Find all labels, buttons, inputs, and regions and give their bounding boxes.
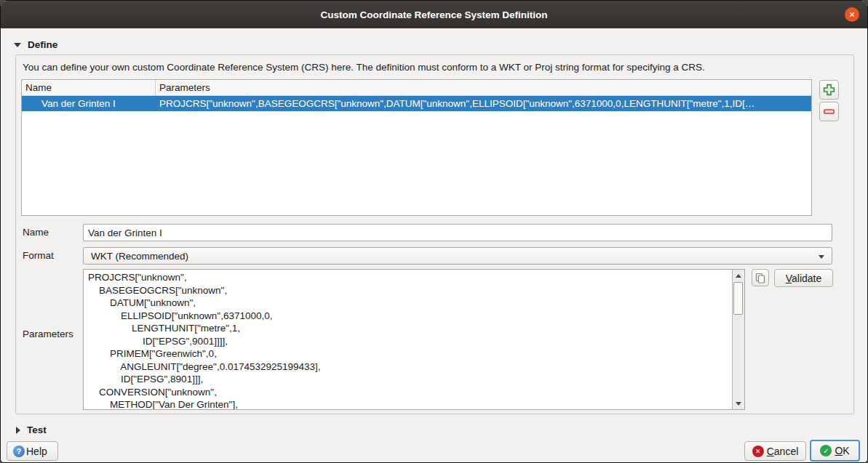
name-input[interactable] bbox=[83, 224, 832, 241]
define-section-label: Define bbox=[28, 39, 57, 50]
ok-check-icon: ✓ bbox=[820, 445, 832, 456]
add-crs-button[interactable] bbox=[819, 80, 839, 100]
titlebar[interactable]: Custom Coordinate Reference System Defin… bbox=[1, 1, 867, 28]
cancel-label: ancel bbox=[774, 446, 798, 457]
cancel-mnemonic: C bbox=[767, 446, 774, 457]
format-selected-value: WKT (Recommended) bbox=[91, 251, 188, 262]
custom-crs-dialog: Custom Coordinate Reference System Defin… bbox=[0, 0, 868, 463]
column-header-parameters[interactable]: Parameters bbox=[156, 80, 811, 95]
define-section-toggle[interactable]: Define bbox=[14, 39, 57, 50]
crs-list[interactable]: Name Parameters Van der Grinten I PROJCR… bbox=[21, 79, 812, 216]
ok-mnemonic: O bbox=[835, 445, 843, 456]
validate-button[interactable]: Validate bbox=[774, 269, 833, 287]
format-label: Format bbox=[23, 250, 54, 261]
validate-label: alidate bbox=[792, 273, 821, 284]
crs-row-name[interactable]: Van der Grinten I bbox=[22, 96, 156, 111]
crs-description-text: You can define your own custom Coordinat… bbox=[23, 62, 848, 73]
help-icon: ? bbox=[13, 446, 25, 457]
expand-arrow-icon bbox=[16, 427, 20, 434]
crs-row-parameters[interactable]: PROJCRS["unknown",BASEGEOGCRS["unknown",… bbox=[156, 96, 811, 111]
copy-wkt-button[interactable] bbox=[752, 269, 769, 286]
ok-button[interactable]: ✓ OK bbox=[810, 440, 860, 462]
validate-mnemonic: V bbox=[786, 273, 792, 284]
test-section-toggle[interactable]: Test bbox=[16, 424, 47, 435]
crs-list-header: Name Parameters bbox=[22, 80, 811, 96]
ok-label: K bbox=[843, 445, 849, 456]
parameters-label: Parameters bbox=[23, 329, 73, 339]
cancel-button[interactable]: ✕ Cancel bbox=[744, 441, 806, 461]
name-label: Name bbox=[23, 227, 49, 238]
parameters-scrollbar[interactable] bbox=[732, 270, 744, 409]
scroll-down-icon[interactable] bbox=[733, 398, 744, 409]
scroll-up-icon[interactable] bbox=[733, 270, 744, 281]
minus-icon bbox=[823, 105, 835, 118]
parameters-wkt-text[interactable]: PROJCRS["unknown", BASEGEOGCRS["unknown"… bbox=[88, 271, 731, 410]
chevron-down-icon bbox=[819, 255, 824, 259]
help-button[interactable]: ? Help bbox=[7, 441, 58, 461]
parameters-editor[interactable]: PROJCRS["unknown", BASEGEOGCRS["unknown"… bbox=[83, 269, 745, 410]
copy-icon bbox=[755, 273, 765, 283]
close-icon[interactable]: ✕ bbox=[845, 7, 859, 22]
cancel-x-icon: ✕ bbox=[752, 446, 764, 457]
remove-crs-button[interactable] bbox=[819, 102, 839, 121]
scrollbar-thumb[interactable] bbox=[733, 282, 743, 315]
plus-icon bbox=[823, 84, 835, 96]
column-header-name[interactable]: Name bbox=[22, 80, 156, 95]
window-title: Custom Coordinate Reference System Defin… bbox=[320, 9, 547, 20]
test-section-label: Test bbox=[27, 424, 47, 435]
table-row[interactable]: Van der Grinten I PROJCRS["unknown",BASE… bbox=[22, 96, 811, 111]
format-select[interactable]: WKT (Recommended) bbox=[83, 247, 832, 265]
help-label: Help bbox=[26, 446, 47, 457]
collapse-arrow-icon bbox=[14, 43, 21, 47]
